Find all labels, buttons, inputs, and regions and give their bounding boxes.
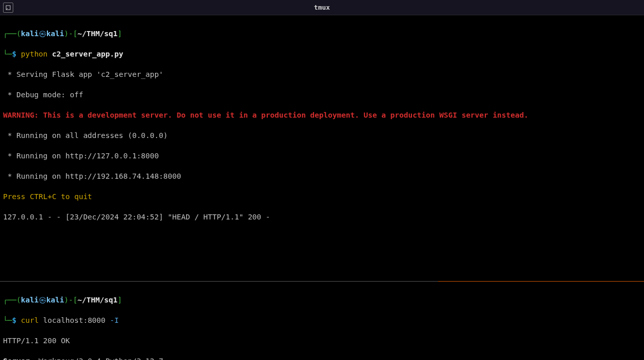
terminal-icon	[3, 3, 13, 13]
flask-warning: WARNING: This is a development server. D…	[3, 110, 641, 120]
prompt-user: kali	[21, 30, 39, 38]
command-arg: localhost:8000	[43, 316, 106, 324]
command-program: curl	[21, 316, 39, 324]
prompt-symbol: $	[12, 50, 16, 58]
prompt-host: kali	[46, 30, 64, 38]
http-header-val: : Werkzeug/3.0.4 Python/3.12.7	[30, 357, 163, 360]
window-titlebar: tmux	[0, 0, 644, 15]
flask-quit-hint: Press CTRL+C to quit	[3, 191, 641, 202]
command-flag: -I	[110, 316, 119, 324]
prompt-path: ~/THM/sq1	[78, 296, 118, 304]
flask-output-line: * Debug mode: off	[3, 90, 641, 100]
flask-running-line: * Running on http://192.168.74.148:8000	[3, 171, 641, 181]
tmux-pane-bottom[interactable]: ┌──(kali㉿kali)-[~/THM/sq1] └─$ curl loca…	[0, 282, 644, 360]
prompt-user: kali	[21, 296, 39, 304]
window-title: tmux	[0, 3, 644, 12]
pane-spacer	[0, 232, 644, 278]
tmux-pane-top[interactable]: ┌──(kali㉿kali)-[~/THM/sq1] └─$ python c2…	[0, 15, 644, 232]
flask-running-line: * Running on http://127.0.0.1:8000	[3, 151, 641, 161]
prompt-symbol: $	[12, 316, 16, 324]
prompt-path: ~/THM/sq1	[78, 30, 118, 38]
flask-running-line: * Running on all addresses (0.0.0.0)	[3, 130, 641, 141]
flask-access-log: 127.0.0.1 - - [23/Dec/2024 22:04:52] "HE…	[3, 212, 641, 222]
command-arg: c2_server_app.py	[52, 50, 123, 58]
prompt-host: kali	[46, 296, 64, 304]
flask-output-line: * Serving Flask app 'c2_server_app'	[3, 69, 641, 79]
command-program: python	[21, 50, 47, 58]
http-status-line: HTTP/1.1 200 OK	[3, 336, 641, 346]
http-header-key: Server	[3, 357, 30, 360]
